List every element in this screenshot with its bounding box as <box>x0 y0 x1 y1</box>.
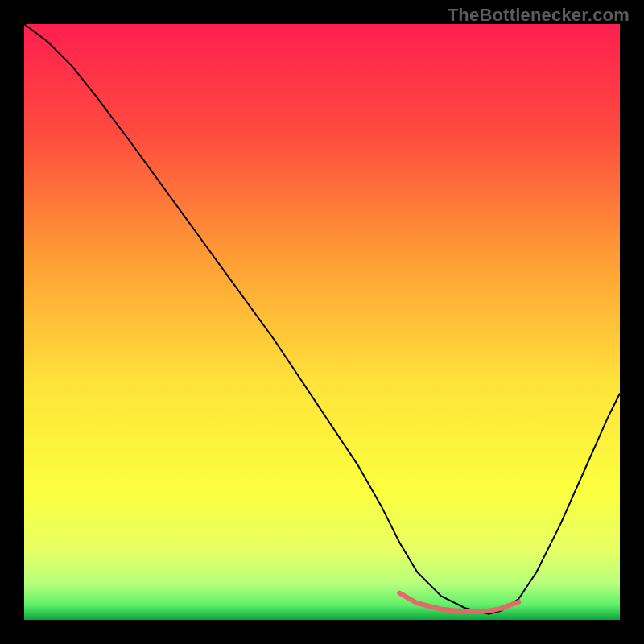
chart-svg <box>24 24 620 620</box>
chart-frame: TheBottlenecker.com <box>0 0 644 644</box>
watermark-text: TheBottlenecker.com <box>448 5 630 26</box>
gradient-background <box>24 24 620 620</box>
plot-area <box>24 24 620 620</box>
